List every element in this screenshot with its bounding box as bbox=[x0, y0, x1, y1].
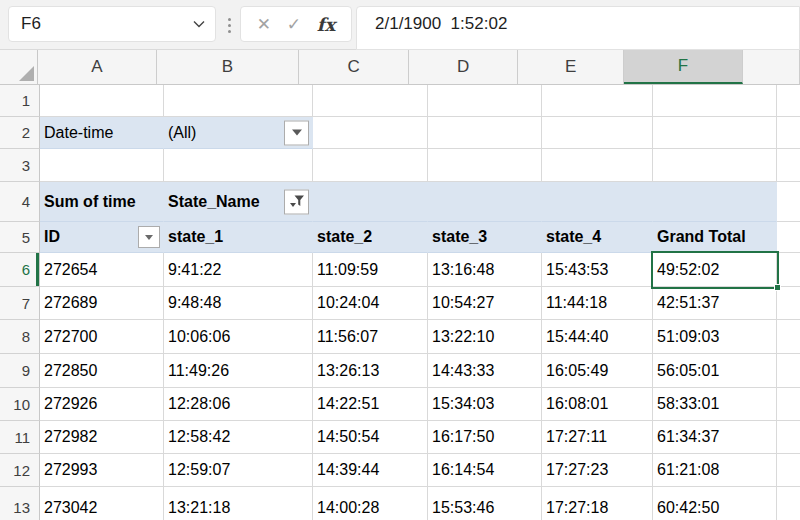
cell-D2[interactable] bbox=[428, 117, 542, 149]
cell-A9[interactable]: 272850 bbox=[40, 354, 164, 388]
row-header-5[interactable]: 5 bbox=[0, 222, 40, 253]
insert-function-icon[interactable]: fx bbox=[317, 14, 335, 35]
cell-B3[interactable] bbox=[164, 149, 313, 182]
chevron-down-icon[interactable] bbox=[193, 20, 205, 28]
cell-G8[interactable] bbox=[777, 320, 800, 354]
cell-A8[interactable]: 272700 bbox=[40, 320, 164, 354]
cell-C3[interactable] bbox=[313, 149, 428, 182]
cell-D1[interactable] bbox=[428, 85, 542, 117]
cell-C12[interactable]: 14:39:44 bbox=[313, 454, 428, 487]
cell-B8[interactable]: 10:06:06 bbox=[164, 320, 313, 354]
cell-C11[interactable]: 14:50:54 bbox=[313, 421, 428, 454]
cell-A1[interactable] bbox=[40, 85, 164, 117]
cell-F5[interactable]: Grand Total bbox=[653, 222, 777, 253]
cell-E5[interactable]: state_4 bbox=[542, 222, 653, 253]
cell-E12[interactable]: 17:27:23 bbox=[542, 454, 653, 487]
select-all-corner[interactable] bbox=[0, 50, 38, 84]
cell-C9[interactable]: 13:26:13 bbox=[313, 354, 428, 388]
cell-G5[interactable] bbox=[777, 222, 800, 253]
cell-F2[interactable] bbox=[653, 117, 777, 149]
cell-G3[interactable] bbox=[777, 149, 800, 182]
cell-B10[interactable]: 12:28:06 bbox=[164, 388, 313, 421]
cell-G4[interactable] bbox=[777, 182, 800, 222]
cell-F4[interactable] bbox=[653, 182, 777, 222]
cell-E10[interactable]: 16:08:01 bbox=[542, 388, 653, 421]
cell-B12[interactable]: 12:59:07 bbox=[164, 454, 313, 487]
cell-C2[interactable] bbox=[313, 117, 428, 149]
cell-B2[interactable]: (All) bbox=[164, 117, 313, 149]
cell-C4[interactable] bbox=[313, 182, 428, 222]
row-header-10[interactable]: 10 bbox=[0, 388, 40, 421]
cell-G10[interactable] bbox=[777, 388, 800, 421]
cell-D8[interactable]: 13:22:10 bbox=[428, 320, 542, 354]
cell-E4[interactable] bbox=[542, 182, 653, 222]
cell-B5[interactable]: state_1 bbox=[164, 222, 313, 253]
cell-C8[interactable]: 11:56:07 bbox=[313, 320, 428, 354]
row-header-2[interactable]: 2 bbox=[0, 117, 40, 149]
state-name-filter-button[interactable] bbox=[284, 189, 309, 214]
cell-C10[interactable]: 14:22:51 bbox=[313, 388, 428, 421]
row-header-6[interactable]: 6 bbox=[0, 253, 40, 287]
cell-D7[interactable]: 10:54:27 bbox=[428, 287, 542, 320]
cell-D6[interactable]: 13:16:48 bbox=[428, 253, 542, 287]
cell-E9[interactable]: 16:05:49 bbox=[542, 354, 653, 388]
name-box[interactable]: F6 bbox=[8, 6, 216, 42]
id-dropdown-button[interactable] bbox=[138, 226, 160, 248]
cell-E13[interactable]: 17:27:18 bbox=[542, 487, 653, 520]
row-header-13[interactable]: 13 bbox=[0, 487, 40, 520]
cell-F6[interactable]: 49:52:02 bbox=[653, 253, 777, 287]
cell-G11[interactable] bbox=[777, 421, 800, 454]
cell-E6[interactable]: 15:43:53 bbox=[542, 253, 653, 287]
cell-A7[interactable]: 272689 bbox=[40, 287, 164, 320]
cell-G12[interactable] bbox=[777, 454, 800, 487]
row-header-7[interactable]: 7 bbox=[0, 287, 40, 320]
cell-F1[interactable] bbox=[653, 85, 777, 117]
cell-F7[interactable]: 42:51:37 bbox=[653, 287, 777, 320]
cell-A10[interactable]: 272926 bbox=[40, 388, 164, 421]
row-header-4[interactable]: 4 bbox=[0, 182, 40, 222]
cell-E2[interactable] bbox=[542, 117, 653, 149]
cell-D5[interactable]: state_3 bbox=[428, 222, 542, 253]
cell-F8[interactable]: 51:09:03 bbox=[653, 320, 777, 354]
cell-B1[interactable] bbox=[164, 85, 313, 117]
cell-A5[interactable]: ID bbox=[40, 222, 164, 253]
cell-C1[interactable] bbox=[313, 85, 428, 117]
cell-G13[interactable] bbox=[777, 487, 800, 520]
cell-G1[interactable] bbox=[777, 85, 800, 117]
cell-E1[interactable] bbox=[542, 85, 653, 117]
cell-D3[interactable] bbox=[428, 149, 542, 182]
cell-A13[interactable]: 273042 bbox=[40, 487, 164, 520]
column-header-F[interactable]: F bbox=[624, 50, 743, 84]
column-header-E[interactable]: E bbox=[518, 50, 624, 84]
row-header-9[interactable]: 9 bbox=[0, 354, 40, 388]
cell-B6[interactable]: 9:41:22 bbox=[164, 253, 313, 287]
cell-G2[interactable] bbox=[777, 117, 800, 149]
row-header-12[interactable]: 12 bbox=[0, 454, 40, 487]
cancel-icon[interactable]: ✕ bbox=[257, 16, 271, 33]
row-header-1[interactable]: 1 bbox=[0, 85, 40, 117]
cell-B9[interactable]: 11:49:26 bbox=[164, 354, 313, 388]
cell-F3[interactable] bbox=[653, 149, 777, 182]
report-filter-dropdown-button[interactable] bbox=[284, 120, 309, 145]
column-header-D[interactable]: D bbox=[409, 50, 518, 84]
cell-G9[interactable] bbox=[777, 354, 800, 388]
cell-C7[interactable]: 10:24:04 bbox=[313, 287, 428, 320]
cell-C13[interactable]: 14:00:28 bbox=[313, 487, 428, 520]
cell-D11[interactable]: 16:17:50 bbox=[428, 421, 542, 454]
column-header-C[interactable]: C bbox=[299, 50, 409, 84]
cell-B11[interactable]: 12:58:42 bbox=[164, 421, 313, 454]
cell-D9[interactable]: 14:43:33 bbox=[428, 354, 542, 388]
cell-A12[interactable]: 272993 bbox=[40, 454, 164, 487]
cell-D13[interactable]: 15:53:46 bbox=[428, 487, 542, 520]
cell-C6[interactable]: 11:09:59 bbox=[313, 253, 428, 287]
cell-E7[interactable]: 11:44:18 bbox=[542, 287, 653, 320]
cell-F10[interactable]: 58:33:01 bbox=[653, 388, 777, 421]
cell-A6[interactable]: 272654 bbox=[40, 253, 164, 287]
row-header-11[interactable]: 11 bbox=[0, 421, 40, 454]
cell-A2[interactable]: Date-time bbox=[40, 117, 164, 149]
column-header-A[interactable]: A bbox=[38, 50, 157, 84]
cell-F12[interactable]: 61:21:08 bbox=[653, 454, 777, 487]
cell-F11[interactable]: 61:34:37 bbox=[653, 421, 777, 454]
cell-D10[interactable]: 15:34:03 bbox=[428, 388, 542, 421]
cell-D4[interactable] bbox=[428, 182, 542, 222]
